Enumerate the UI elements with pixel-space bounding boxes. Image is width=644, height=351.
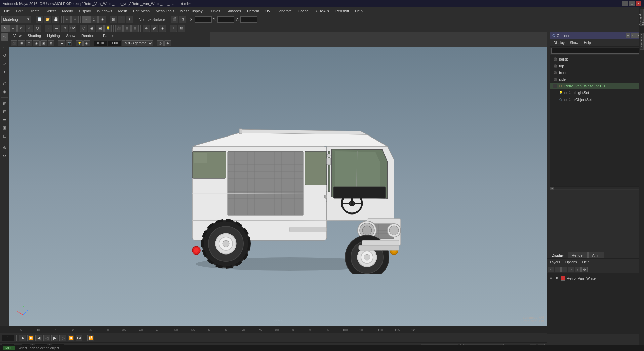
outliner-menu-display[interactable]: Display: [552, 41, 567, 45]
quick-layout-btn4[interactable]: ▣: [1, 124, 8, 131]
play-btn[interactable]: ▶: [51, 335, 58, 341]
quick-layout-btn5[interactable]: ◻: [1, 132, 8, 140]
layer-settings-btn[interactable]: ⚙: [581, 267, 588, 272]
menu-mesh-tools[interactable]: Mesh Tools: [153, 8, 177, 14]
layer-vis-btn[interactable]: V: [549, 276, 553, 281]
menu-create[interactable]: Create: [26, 8, 42, 14]
forward-btn[interactable]: ▷: [59, 335, 66, 341]
vp-grid-btn[interactable]: ⊞: [18, 40, 25, 46]
time-ruler-track[interactable]: 5 10 15 20 25 30 35 40 45 50 55 60 65 70…: [1, 326, 545, 333]
attr-btn[interactable]: ☲: [1, 152, 8, 159]
snap-grid-button[interactable]: ⊞: [110, 16, 117, 23]
outliner-item-van-group[interactable]: + ⬡ Retro_Van_White_nd1_1: [550, 83, 643, 89]
menu-mesh-display[interactable]: Mesh Display: [178, 8, 205, 14]
menu-deform[interactable]: Deform: [244, 8, 262, 14]
select-arrow-button[interactable]: ↖: [1, 25, 9, 32]
outliner-item-persp[interactable]: 🎥 persp: [550, 56, 643, 63]
outliner-item-side[interactable]: 🎥 side: [550, 76, 643, 83]
vp-texture-btn[interactable]: ▣: [40, 40, 47, 46]
step-fwd-btn[interactable]: ⏩: [68, 335, 74, 341]
light-btn[interactable]: 💡: [104, 25, 112, 32]
soft-mod-button[interactable]: ⬡: [34, 25, 41, 32]
plus-btn[interactable]: +: [170, 25, 177, 32]
rotate-button[interactable]: ↺: [17, 25, 25, 32]
select-tool-btn[interactable]: ↖: [1, 33, 8, 41]
menu-cache[interactable]: Cache: [295, 8, 311, 14]
close-button[interactable]: ✕: [636, 1, 641, 6]
outliner-item-objectset[interactable]: ⬡ defaultObjectSet: [550, 96, 643, 103]
layer-up-btn[interactable]: →: [568, 267, 574, 272]
snap-curve-button[interactable]: ⌒: [118, 16, 125, 23]
soft-sel-btn[interactable]: ⬡: [1, 80, 8, 87]
layer-editor-tab[interactable]: Layer Editor: [640, 33, 644, 50]
outliner-search-input[interactable]: [551, 48, 642, 54]
texture-btn[interactable]: ▣: [96, 25, 104, 32]
panel-menu-panels[interactable]: Panels: [100, 33, 117, 38]
menu-display[interactable]: Display: [76, 8, 94, 14]
tab-render[interactable]: Render: [568, 252, 588, 258]
outliner-menu-help[interactable]: Help: [582, 41, 593, 45]
component-face[interactable]: □: [61, 25, 68, 32]
menu-uv[interactable]: UV: [263, 8, 273, 14]
gamma-input[interactable]: [94, 41, 107, 46]
move-button[interactable]: ↔: [9, 25, 17, 32]
menu-mesh[interactable]: Mesh: [115, 8, 130, 14]
outliner-item-lightset[interactable]: 💡 defaultLightSet: [550, 89, 643, 96]
changed-attrs-tab[interactable]: Changed Attrs: [640, 9, 644, 26]
vp-select-btn[interactable]: ⊕: [164, 40, 171, 46]
outliner-minimize-btn[interactable]: ─: [626, 33, 630, 38]
quick-layout-btn3[interactable]: ☰: [1, 116, 8, 123]
sculpt-btn[interactable]: ◈: [159, 25, 166, 32]
outliner-item-front[interactable]: 🎥 front: [550, 69, 643, 76]
outliner-hscroll-left[interactable]: ◀: [550, 187, 554, 190]
current-frame-input[interactable]: [2, 335, 14, 341]
paint-btn[interactable]: 🖌: [151, 25, 158, 32]
menu-select[interactable]: Select: [43, 8, 59, 14]
play-back-btn[interactable]: ◁: [43, 335, 50, 341]
menu-generate[interactable]: Generate: [274, 8, 294, 14]
menu-windows[interactable]: Windows: [94, 8, 115, 14]
new-scene-button[interactable]: 📄: [36, 16, 43, 23]
menu-help[interactable]: Help: [352, 8, 365, 14]
layer-menu-help[interactable]: Help: [580, 260, 591, 264]
menu-redshift[interactable]: Redshift: [333, 8, 352, 14]
move-tool-btn[interactable]: ↔: [1, 44, 8, 51]
quick-layout-btn1[interactable]: ⊞: [1, 100, 8, 107]
bracket-btn[interactable]: ⊞: [178, 25, 185, 32]
menu-file[interactable]: File: [1, 8, 13, 14]
open-button[interactable]: 📂: [44, 16, 51, 23]
quick-layout-btn2[interactable]: ⊟: [1, 108, 8, 115]
vp-playblast-btn[interactable]: ▶: [58, 40, 65, 46]
panel-menu-show[interactable]: Show: [64, 33, 78, 38]
outliner-max-btn[interactable]: □: [631, 33, 636, 38]
expand-van-btn[interactable]: +: [553, 84, 557, 88]
vp-lighting2-btn[interactable]: 💡: [76, 40, 83, 46]
minimize-button[interactable]: ─: [622, 1, 628, 6]
panel-menu-renderer[interactable]: Renderer: [79, 33, 99, 38]
component-uv[interactable]: UV: [69, 25, 76, 32]
component-edge[interactable]: —: [53, 25, 60, 32]
outliner-menu-show[interactable]: Show: [568, 41, 580, 45]
lasso-tool-button[interactable]: ⬡: [90, 16, 98, 23]
layer-p-btn[interactable]: P: [555, 276, 559, 281]
color-space-dropdown[interactable]: sRGB gamma: [122, 40, 153, 46]
snap-settings-btn[interactable]: ⊕: [1, 144, 8, 151]
grid-btn[interactable]: ⊞: [123, 25, 131, 32]
maximize-button[interactable]: □: [629, 1, 635, 6]
x-value-input[interactable]: [195, 16, 212, 23]
z-value-input[interactable]: [240, 16, 257, 23]
scale-tool-btn[interactable]: ⤢: [1, 60, 8, 68]
layer-new2-btn[interactable]: →: [555, 267, 561, 272]
redo-button[interactable]: ↪: [71, 16, 79, 23]
panel-menu-shading[interactable]: Shading: [25, 33, 44, 38]
vp-isolate-btn[interactable]: ◎: [157, 40, 164, 46]
menu-surfaces[interactable]: Surfaces: [224, 8, 244, 14]
hud-btn[interactable]: ⊟: [131, 25, 139, 32]
outliner-hscrollbar[interactable]: ◀ ▶: [550, 186, 643, 190]
snap-live-btn[interactable]: ⊕: [143, 25, 150, 32]
tab-anim[interactable]: Anim: [588, 252, 604, 258]
menu-curves[interactable]: Curves: [206, 8, 223, 14]
vp-snapshot-btn[interactable]: 📷: [66, 40, 72, 46]
universal-tool-btn[interactable]: ✦: [1, 68, 8, 76]
vp-quad-btn[interactable]: ⊞: [48, 40, 54, 46]
